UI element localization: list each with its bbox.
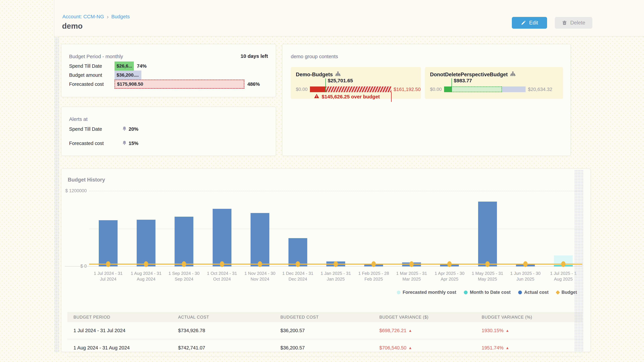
actual-cost-bar — [250, 213, 269, 267]
increase-arrow-icon: ▲ — [506, 346, 509, 350]
table-cell: 1 Aug 2024 - 31 Aug 2024 — [68, 345, 172, 351]
variance-cell: 1930.15%▲ — [476, 328, 582, 333]
card-scrollbar[interactable] — [574, 170, 583, 352]
budget-history-title: Budget History — [68, 177, 105, 183]
actual-cost-bar — [478, 202, 497, 267]
chart-column — [165, 191, 203, 267]
legend-item[interactable]: Budget — [556, 290, 577, 295]
table-header-cell: BUDGET VARIANCE ($) — [373, 315, 476, 320]
group-budget-donotdelete[interactable]: DonotDeletePerspectiveBudget $0.00 $983.… — [425, 67, 563, 99]
budget-period-title: Budget Period - monthly — [69, 54, 123, 59]
hierarchy-icon — [335, 71, 341, 78]
table-row: 1 Aug 2024 - 31 Aug 2024$742,741.07$36,2… — [68, 339, 582, 357]
table-row: 1 Jul 2024 - 31 Jul 2024$734,926.78$36,2… — [68, 322, 582, 339]
forecast-pct: 486% — [247, 81, 260, 87]
budget-point-marker — [372, 261, 376, 267]
increase-arrow-icon: ▲ — [506, 329, 509, 333]
y-axis-tick-max: $ 1200000 — [65, 188, 87, 193]
group-budget-demo-budgets[interactable]: Demo-Budgets $0.00 $25,701.65 $161,192.5… — [291, 67, 421, 99]
legend-item[interactable]: Actual cost — [518, 290, 548, 295]
alerts-card: Alerts at Spend Till Date 20% Forecasted… — [61, 107, 276, 156]
spend-tick — [452, 78, 452, 92]
budget-point-marker — [296, 261, 300, 267]
group-budget-bar: $0.00 $25,701.65 $161,192.50 — [296, 86, 420, 92]
table-header-cell: BUDGET VARIANCE (%) — [476, 315, 582, 320]
group-contents-card: demo group contents Demo-Budgets $0.00 $… — [282, 44, 571, 156]
over-budget-warning: $145,626.25 over budget — [314, 93, 380, 100]
bell-icon — [122, 126, 127, 132]
x-axis-label: 1 Dec 2024 - 31 Dec 2024 — [279, 271, 317, 282]
budget-point-marker — [523, 261, 528, 267]
group-budget-name: DonotDeletePerspectiveBudget — [430, 71, 508, 78]
legend-item[interactable]: Month to Date cost — [464, 290, 510, 295]
chevron-right-icon: › — [107, 14, 108, 19]
x-axis-label: 1 Aug 2024 - 31 Aug 2024 — [127, 271, 165, 282]
legend-circle-icon — [464, 291, 468, 294]
budget-detail-page: Account: CCM-NG › Budgets demo Edit Dele… — [0, 0, 644, 362]
spend-value-label: $25,701.65 — [328, 78, 353, 83]
forecast-chip[interactable]: $175,908.50 — [114, 80, 244, 89]
chart-columns — [89, 191, 582, 267]
breadcrumb: Account: CCM-NG › Budgets — [62, 14, 130, 19]
actual-cost-bar — [174, 217, 193, 267]
variance-cell: 1951.74%▲ — [476, 345, 582, 351]
table-header-row: BUDGET PERIODACTUAL COSTBUDGETED COSTBUD… — [68, 312, 582, 322]
variance-cell: $706,540.50▲ — [373, 345, 476, 351]
bell-icon — [122, 140, 127, 146]
alerts-title: Alerts at — [69, 116, 88, 122]
spend-value-label: $983.77 — [454, 78, 472, 83]
spend-tick — [325, 78, 326, 92]
chart-column — [355, 191, 392, 267]
forecasted-cost-row: Forecasted cost $175,908.50 486% — [69, 80, 271, 89]
budget-point-marker — [410, 261, 414, 267]
warning-icon — [314, 93, 319, 100]
delete-button[interactable]: Delete — [555, 17, 592, 29]
x-axis-labels: 1 Jul 2024 - 31 Jul 20241 Aug 2024 - 31 … — [89, 271, 582, 282]
legend-circle-icon — [518, 291, 522, 294]
budget-amount-chip[interactable]: $36,200.... — [114, 70, 142, 80]
table-cell: $36,200.57 — [274, 345, 373, 351]
breadcrumb-account-link[interactable]: Account: CCM-NG — [62, 14, 104, 19]
chart-column — [317, 191, 355, 267]
remaining-budget-segment — [502, 86, 526, 92]
forecast-end-line — [391, 92, 392, 102]
budget-total-label: $20,634.32 — [528, 87, 552, 92]
budget-point-marker — [561, 261, 566, 267]
chart-column — [468, 191, 506, 267]
legend-label: Actual cost — [524, 290, 548, 295]
x-axis-label: 1 Apr 2025 - 30 Apr 2025 — [430, 271, 468, 282]
legend-item[interactable]: Forecasted monthly cost — [397, 290, 456, 295]
increase-arrow-icon: ▲ — [408, 346, 412, 350]
table-cell: $734,926.78 — [172, 328, 274, 333]
budget-point-marker — [144, 261, 148, 267]
spend-segment — [444, 86, 452, 92]
x-axis-label: 1 Mar 2025 - 31 Mar 2025 — [392, 271, 430, 282]
chart-column — [430, 191, 468, 267]
budget-point-marker — [106, 261, 110, 267]
spend-chip[interactable]: $26,6... — [114, 61, 134, 70]
breadcrumb-budgets-link[interactable]: Budgets — [111, 14, 130, 19]
overbudget-forecast-segment — [325, 86, 391, 92]
actual-cost-bar — [99, 220, 118, 267]
forecast-total-label: $161,192.50 — [394, 87, 420, 92]
forecast-segment — [452, 86, 502, 92]
legend-label: Month to Date cost — [470, 290, 510, 295]
budget-amount-row: Budget amount $36,200.... — [69, 70, 271, 80]
page-title: demo — [62, 21, 83, 30]
x-axis-label: 1 Sep 2024 - 30 Sep 2024 — [165, 271, 203, 282]
spend-till-date-row: Spend Till Date $26,6... 74% — [69, 61, 271, 70]
alert-threshold: 20% — [129, 126, 138, 132]
table-header-cell: ACTUAL COST — [172, 315, 274, 320]
legend-diamond-icon — [556, 290, 560, 295]
alert-row-spend: Spend Till Date 20% — [69, 126, 138, 132]
spend-pct: 74% — [137, 63, 146, 69]
edit-button[interactable]: Edit — [512, 17, 547, 29]
legend-label: Forecasted monthly cost — [403, 290, 456, 295]
spend-segment — [310, 86, 325, 92]
trash-icon — [562, 20, 567, 25]
group-budget-bar: $0.00 $983.77 $20,634.32 — [430, 86, 552, 92]
chart-column — [203, 191, 241, 267]
chart-column — [506, 191, 544, 267]
x-axis-label: 1 Oct 2024 - 31 Oct 2024 — [203, 271, 241, 282]
vertical-scrollbar[interactable] — [54, 37, 59, 352]
